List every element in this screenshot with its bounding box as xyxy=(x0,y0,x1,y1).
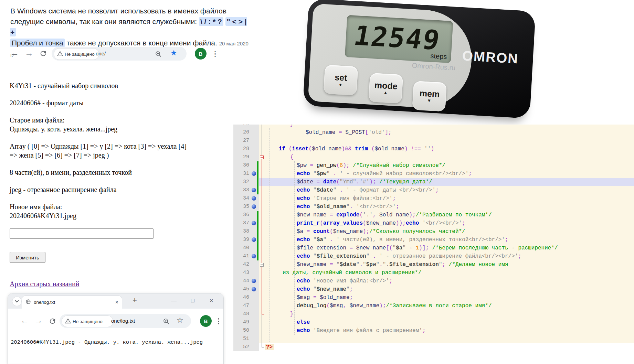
editor-gutter[interactable]: 42 xyxy=(233,260,259,269)
code-text[interactable]: $new_name = "$date"."$pw".".$file_extens… xyxy=(265,260,634,269)
reload-icon[interactable] xyxy=(49,317,56,326)
security-chip[interactable]: Не защищено xyxy=(62,315,113,327)
code-text[interactable]: } xyxy=(265,125,634,128)
fold-margin[interactable] xyxy=(259,244,265,252)
new-tab-icon[interactable]: + xyxy=(133,296,137,304)
editor-line-28[interactable]: 28if (isset($old_name)&& trim ($old_name… xyxy=(233,145,634,153)
code-text[interactable]: if (isset($old_name)&& trim ($old_name) … xyxy=(265,145,634,153)
minimize-icon[interactable]: — xyxy=(171,298,177,304)
bookmark-icon[interactable] xyxy=(252,279,256,283)
editor-gutter[interactable]: 45 xyxy=(233,285,259,293)
back-icon[interactable]: ← xyxy=(20,316,29,325)
editor-gutter[interactable]: 47 xyxy=(233,302,259,310)
fold-margin[interactable] xyxy=(259,125,265,128)
editor-line-50[interactable]: 50echo 'Введите имя файла с расширением'… xyxy=(233,326,634,335)
fold-margin[interactable] xyxy=(259,211,265,219)
archive-link[interactable]: Архив старых названий xyxy=(10,279,79,288)
zoom-icon[interactable] xyxy=(163,318,170,326)
editor-gutter[interactable]: 26 xyxy=(233,128,259,137)
code-text[interactable]: debug_log($msg, $new_name);/*Записываем … xyxy=(265,302,634,310)
editor-line-48[interactable]: 48} xyxy=(233,310,634,318)
editor-gutter[interactable]: 28 xyxy=(233,145,259,153)
editor-line-47[interactable]: 47debug_log($msg, $new_name);/*Записывае… xyxy=(233,302,634,310)
editor-gutter[interactable]: 32 xyxy=(233,178,259,186)
fold-margin[interactable] xyxy=(259,203,265,211)
fold-margin[interactable] xyxy=(259,170,265,178)
bookmark-icon[interactable] xyxy=(252,171,256,176)
window-close-icon[interactable]: × xyxy=(210,298,213,304)
editor-gutter[interactable]: 52 xyxy=(233,343,259,351)
editor-line-42[interactable]: 42$new_name = "$date"."$pw".".$file_exte… xyxy=(233,260,634,269)
editor-gutter[interactable]: 36 xyxy=(233,211,259,219)
editor-gutter[interactable]: 33 xyxy=(233,186,259,194)
forward-icon[interactable]: → xyxy=(34,316,43,325)
editor-gutter[interactable]: 34 xyxy=(233,194,259,203)
code-text[interactable]: echo "$old_name". '<br/><br/>'; xyxy=(265,203,634,211)
menu-icon[interactable]: ⋮ xyxy=(215,318,222,324)
editor-gutter[interactable]: 48 xyxy=(233,310,259,318)
editor-line-33[interactable]: 33echo "$date" . ' - формат даты <br/><b… xyxy=(233,186,634,194)
code-text[interactable]: { xyxy=(265,153,634,161)
fold-margin[interactable] xyxy=(259,145,265,153)
fold-margin[interactable] xyxy=(259,293,265,302)
bookmark-icon[interactable] xyxy=(252,204,256,209)
editor-gutter[interactable]: 35 xyxy=(233,203,259,211)
tab-log[interactable]: one/log.txt × xyxy=(22,296,122,309)
security-chip[interactable]: Не защищено xyxy=(54,48,99,60)
editor-line-52[interactable]: 52?> xyxy=(233,343,634,351)
editor-gutter[interactable]: 30 xyxy=(233,161,259,170)
code-text[interactable]: print_r(array_values($new_name));echo '<… xyxy=(265,219,634,227)
menu-icon[interactable]: ⋮ xyxy=(212,50,219,57)
fold-margin[interactable] xyxy=(259,310,265,318)
editor-gutter[interactable]: 31 xyxy=(233,170,259,178)
editor-line-25[interactable]: 25} xyxy=(233,125,634,128)
editor-line-29[interactable]: 29{ xyxy=(233,153,634,161)
editor-line-46[interactable]: 46$msg = $old_name; xyxy=(233,293,634,302)
editor-gutter[interactable]: 39 xyxy=(233,236,259,244)
editor-gutter[interactable]: 43 xyxy=(233,269,259,277)
code-text[interactable]: $a = count($new_name);/*Сколько получило… xyxy=(265,227,634,236)
editor-line-39[interactable]: 39echo "$a" . ' части(ей), в имени, разд… xyxy=(233,236,634,244)
code-text[interactable] xyxy=(265,335,634,343)
fold-margin[interactable] xyxy=(259,318,265,326)
editor-line-38[interactable]: 38$a = count($new_name);/*Сколько получи… xyxy=(233,227,634,236)
editor-line-35[interactable]: 35echo "$old_name". '<br/><br/>'; xyxy=(233,203,634,211)
url-text[interactable]: one/ xyxy=(96,51,106,56)
bookmark-icon[interactable] xyxy=(252,237,256,242)
editor-gutter[interactable]: 29 xyxy=(233,153,259,161)
fold-margin[interactable] xyxy=(259,343,265,351)
code-text[interactable]: из даты, случайный символов и расширения… xyxy=(265,269,634,277)
reload-icon[interactable] xyxy=(39,50,47,59)
editor-gutter[interactable]: 25 xyxy=(233,125,259,128)
code-text[interactable]: echo 'Введите имя файла с расширением'; xyxy=(265,326,634,335)
zoom-icon[interactable] xyxy=(155,50,162,59)
fold-margin[interactable] xyxy=(259,252,265,260)
fold-margin[interactable] xyxy=(259,161,265,170)
fold-margin[interactable] xyxy=(259,227,265,236)
profile-avatar[interactable]: B xyxy=(200,315,212,327)
editor-line-41[interactable]: 41echo "$file_extension" . ' - отрезанно… xyxy=(233,252,634,260)
editor-line-49[interactable]: 49else xyxy=(233,318,634,326)
fold-margin[interactable] xyxy=(259,277,265,285)
editor-gutter[interactable]: 44 xyxy=(233,277,259,285)
fold-margin[interactable] xyxy=(259,302,265,310)
code-text[interactable]: $file_extension = $new_name[("$a" - 1)];… xyxy=(265,244,634,252)
fold-margin[interactable] xyxy=(259,260,265,269)
bookmark-icon[interactable] xyxy=(252,196,256,201)
code-editor[interactable]: 25}26$old_name = $_POST['old'];2728if (i… xyxy=(233,125,634,364)
pedometer-mem-button[interactable]: mem▼ xyxy=(412,81,447,111)
editor-gutter[interactable]: 40 xyxy=(233,244,259,252)
editor-line-44[interactable]: 44echo 'Новое имя файла:<br/>'; xyxy=(233,277,634,285)
editor-gutter[interactable]: 38 xyxy=(233,227,259,236)
tab-search-chevron[interactable] xyxy=(12,297,22,306)
editor-gutter[interactable]: 37 xyxy=(233,219,259,227)
fold-margin[interactable] xyxy=(259,335,265,343)
pedometer-set-button[interactable]: set● xyxy=(324,65,358,95)
profile-avatar[interactable]: B xyxy=(195,48,207,60)
editor-line-32[interactable]: 32$date = date("Ymd".'#'); /*Текущая дат… xyxy=(233,178,634,186)
code-text[interactable]: $msg = $old_name; xyxy=(265,293,634,302)
editor-line-40[interactable]: 40$file_extension = $new_name[("$a" - 1)… xyxy=(233,244,634,252)
fold-margin[interactable] xyxy=(259,153,265,161)
fold-margin[interactable] xyxy=(259,219,265,227)
editor-line-31[interactable]: 31echo "$pw" . ' - случайный набор симво… xyxy=(233,170,634,178)
